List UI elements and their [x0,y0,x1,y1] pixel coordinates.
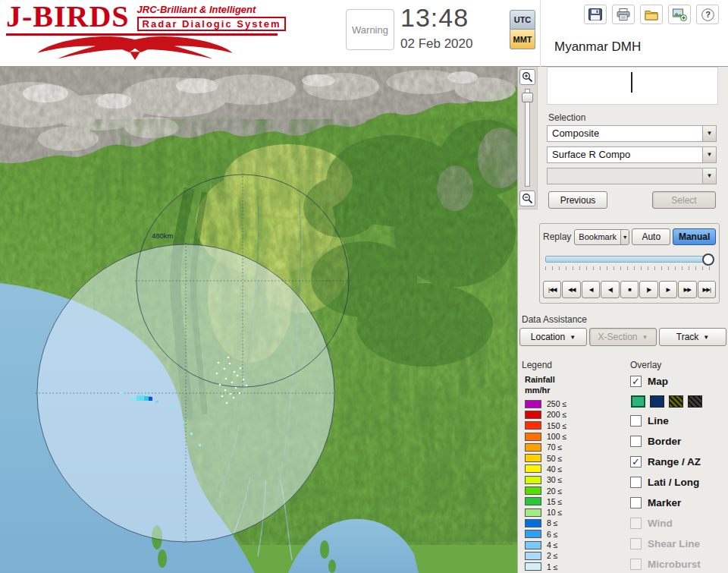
legend-item: 4 ≤ [525,540,566,550]
zoom-slider[interactable] [525,89,530,187]
stop-button[interactable]: ■ [620,281,639,298]
checkbox[interactable] [630,436,642,447]
overlay-item-map[interactable]: ✓Map [630,371,727,392]
legend-item: 1 ≤ [525,561,566,571]
legend-color-swatch [525,562,541,571]
legend-value: 6 ≤ [547,530,558,539]
legend-value: 2 ≤ [547,551,558,560]
skip-to-end-button[interactable]: ▶▶| [698,281,716,298]
composite-dropdown[interactable]: Composite ▼ [547,125,717,142]
timeline-thumb[interactable] [702,253,714,266]
logo-title: J-BIRDS [6,2,130,32]
legend-item: 250 ≤ [525,398,566,409]
step-forward-button[interactable]: |▶ [639,281,657,298]
export-image-icon[interactable] [668,5,691,24]
button-label: Location [531,332,565,342]
skip-to-start-button[interactable]: |◀◀ [543,281,561,298]
overlay-item-label: Map [648,376,668,387]
radar-map[interactable]: 480km [0,67,517,573]
manual-button[interactable]: Manual [673,228,716,245]
overlay-item-border[interactable]: Border [630,431,727,452]
chevron-down-icon: ▼ [570,334,576,341]
checkbox [630,518,642,529]
legend-color-swatch [525,400,541,408]
legend-item: 100 ≤ [525,431,566,442]
legend-value: 10 ≤ [547,508,562,517]
legend-value: 15 ≤ [547,497,562,506]
button-label: X-Section [598,332,638,342]
overlay-item-lati-long[interactable]: Lati / Long [630,472,727,493]
chevron-down-icon[interactable]: ▼ [702,147,716,162]
overlay-list: ✓MapLineBorder✓Range / AZLati / LongMark… [630,371,727,573]
color-swatch[interactable] [631,395,645,408]
legend-item: 2 ≤ [525,550,566,561]
overlay-item-label: Lati / Long [648,477,699,488]
legend-value: 1 ≤ [547,562,558,571]
print-icon[interactable] [612,5,635,24]
overlay-item-label: Line [648,415,669,427]
play-forward-button[interactable]: ▶ [659,281,677,298]
header: J-BIRDS JRC-Brilliant & Intelligent Rada… [0,0,728,67]
zoom-slider-thumb[interactable] [522,93,533,102]
overlay-item-label: Range / AZ [648,456,701,468]
location-button[interactable]: Location▼ [519,328,587,346]
selection-label: Selection [548,112,585,123]
overlay-item-label: Border [648,436,681,447]
warning-button[interactable]: Warning [346,9,394,50]
utc-button[interactable]: UTC [510,10,535,30]
previous-button[interactable]: Previous [548,191,607,209]
track-button[interactable]: Track▼ [659,328,726,346]
legend-color-swatch [525,433,541,441]
legend-value: 8 ≤ [547,518,558,527]
replay-group: Replay Bookmark ▼ Auto Manual |◀◀◀◀◀◀|■|… [539,223,720,304]
x-section-button[interactable]: X-Section▼ [589,328,657,346]
fast-forward-button[interactable]: ▶▶ [678,281,696,298]
timeline-ticks [545,266,710,270]
play-backward-button[interactable]: ◀ [582,281,600,298]
legend-value: 100 ≤ [547,432,566,441]
mmt-button[interactable]: MMT [510,30,535,49]
legend-color-swatch [525,497,541,505]
select-button[interactable]: Select [652,191,716,209]
step-backward-button[interactable]: ◀| [601,281,619,298]
message-input[interactable] [547,67,718,105]
option-dropdown[interactable]: ▼ [547,168,717,184]
legend-color-swatch [525,476,541,484]
bookmark-button[interactable]: Bookmark ▼ [574,229,629,245]
color-swatch[interactable] [669,395,683,408]
product-dropdown[interactable]: Surface R Compo ▼ [547,146,717,163]
zoom-in-icon[interactable] [519,69,535,85]
playback-controls: |◀◀◀◀◀◀|■|▶▶▶▶▶▶| [543,281,716,298]
fast-rewind-button[interactable]: ◀◀ [562,281,580,298]
map-canvas: 480km [0,67,517,573]
checkbox[interactable] [630,497,642,508]
checkbox[interactable] [630,415,642,427]
legend-rows: 250 ≤200 ≤150 ≤100 ≤70 ≤50 ≤40 ≤30 ≤20 ≤… [525,398,566,572]
overlay-item-marker[interactable]: Marker [630,493,727,513]
logo-subtitle-line2: Radar Dialogic System [137,17,287,31]
overlay-item-shear-line: Shear Line [630,534,727,554]
checkbox[interactable]: ✓ [630,456,642,468]
chevron-down-icon[interactable]: ▼ [702,126,716,141]
help-icon[interactable]: ? [696,5,719,24]
auto-button[interactable]: Auto [632,228,670,245]
color-swatch[interactable] [650,395,664,408]
chevron-down-icon[interactable]: ▼ [702,168,716,184]
legend-item: 200 ≤ [525,409,566,420]
zoom-out-icon[interactable] [519,190,535,206]
overlay-item-line[interactable]: Line [630,411,727,431]
legend-value: 40 ≤ [547,464,562,474]
checkbox[interactable] [630,477,642,488]
overlay-item-range-az[interactable]: ✓Range / AZ [630,452,727,472]
save-icon[interactable] [584,5,607,24]
legend-color-swatch [525,443,541,452]
overlay-item-microburst: Microburst [630,554,727,573]
overlay-item-label: Wind [648,518,673,529]
replay-timeline-slider[interactable] [545,256,710,263]
checkbox[interactable]: ✓ [630,376,642,387]
content: 480km [0,67,728,573]
folder-icon[interactable] [640,5,663,24]
legend-color-swatch [525,508,541,517]
svg-text:?: ? [705,10,711,19]
color-swatch[interactable] [688,395,702,408]
